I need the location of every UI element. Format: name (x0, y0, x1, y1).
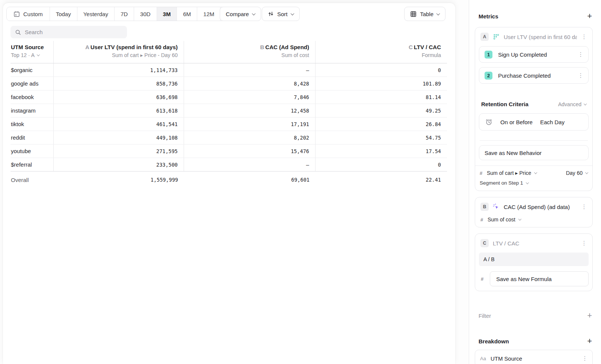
aggregation-select[interactable]: Sum of cart ▸ Price (487, 170, 531, 176)
metric-title[interactable]: CAC (Ad Spend) (ad data) (504, 204, 577, 210)
add-breakdown-button[interactable]: + (587, 338, 592, 344)
cac-value-cell: – (184, 63, 316, 77)
row-header-column[interactable]: UTM Source Top 12 · A (11, 41, 54, 63)
step-row-2[interactable]: 2 Purchase Completed ⋮ (479, 67, 589, 84)
overall-ratio: 22.41 (316, 171, 447, 188)
step-number-badge: 1 (485, 51, 492, 59)
date-range-12m[interactable]: 12M (197, 7, 220, 21)
chevron-down-icon (534, 171, 537, 174)
ltv-value-cell: 461,541 (54, 117, 184, 131)
chevron-down-icon (525, 181, 529, 184)
date-range-today[interactable]: Today (50, 7, 77, 21)
alarm-clock-icon (485, 118, 493, 126)
retention-criteria-row[interactable]: On or Before Each Day (479, 113, 589, 131)
string-property-icon: Aa (480, 356, 486, 361)
view-type-button[interactable]: Table (404, 7, 445, 21)
date-range-yesterday[interactable]: Yesterday (77, 7, 114, 21)
ratio-value-cell: 26.84 (316, 117, 447, 131)
kebab-menu-icon[interactable]: ⋮ (581, 203, 587, 210)
number-type-icon: # (480, 170, 483, 176)
aggregation-select[interactable]: # Sum of cost (479, 217, 589, 223)
metric-card-b: B CAC (Ad Spend) (ad data) ⋮ # Sum of co… (475, 197, 593, 227)
step-row-1[interactable]: 1 Sign Up Completed ⋮ (479, 46, 589, 63)
criteria-interval[interactable]: Each Day (540, 119, 565, 125)
save-behavior-button[interactable]: Save as New Behavior (479, 145, 589, 160)
calendar-icon (14, 11, 20, 17)
cac-value-cell: 15,476 (184, 144, 316, 158)
utm-source-cell: instagram (11, 107, 36, 114)
table-row[interactable]: facebook 636,698 7,846 81.14 (11, 90, 447, 104)
table-row[interactable]: google ads 858,736 8,428 101.89 (11, 77, 447, 90)
kebab-menu-icon[interactable]: ⋮ (578, 51, 584, 58)
table-row[interactable]: tiktok 461,541 17,191 26.84 (11, 117, 447, 131)
date-range-7d[interactable]: 7D (114, 7, 134, 21)
sort-button[interactable]: Sort (262, 7, 300, 21)
metric-title[interactable]: LTV / CAC (493, 240, 577, 247)
kebab-menu-icon[interactable]: ⋮ (581, 33, 587, 40)
row-header-sub: Top 12 · A (11, 52, 35, 58)
table-row[interactable]: $referral 233,500 – 0 (11, 158, 447, 171)
date-range-3m[interactable]: 3M (157, 7, 177, 21)
chevron-down-icon[interactable] (37, 53, 40, 56)
ltv-value-cell: 613,618 (54, 104, 184, 117)
utm-source-cell: tiktok (11, 121, 24, 127)
chevron-down-icon (436, 12, 440, 15)
column-header-c[interactable]: CLTV / CAC Formula (316, 41, 447, 63)
metric-letter-badge: A (480, 33, 489, 41)
overall-label: Overall (11, 177, 29, 183)
formula-input[interactable]: A / B (479, 253, 589, 266)
metric-letter-badge: C (480, 239, 489, 247)
add-filter-button[interactable]: + (587, 312, 592, 319)
table-body: $organic 1,114,733 – 0 google ads 858,73… (11, 63, 447, 171)
compare-button[interactable]: Compare (220, 7, 261, 21)
ltv-value-cell: 271,595 (54, 144, 184, 158)
metric-a-footer: # Sum of cart ▸ Price Day 60 Segment on … (475, 165, 592, 191)
number-type-icon: # (480, 217, 484, 223)
ad-data-sparkle-icon (493, 203, 500, 210)
segment-select[interactable]: Segment on Step 1 (480, 180, 588, 186)
table-row[interactable]: reddit 449,108 8,202 54.75 (11, 131, 447, 144)
ratio-value-cell: 81.14 (316, 90, 447, 104)
breakdown-section-header: Breakdown + (475, 338, 593, 344)
column-header-b[interactable]: BCAC (Ad Spend) Sum of cost (184, 41, 316, 63)
date-range-custom[interactable]: Custom (7, 7, 50, 21)
search-box[interactable] (11, 26, 127, 38)
kebab-menu-icon[interactable]: ⋮ (581, 240, 587, 247)
cac-value-cell: 8,202 (184, 131, 316, 144)
breakdown-item[interactable]: Aa UTM Source ⋮ (475, 350, 593, 364)
ratio-value-cell: 17.54 (316, 144, 447, 158)
ratio-value-cell: 101.89 (316, 77, 447, 90)
metric-title[interactable]: User LTV (spend in first 60 da... (504, 34, 577, 40)
cac-value-cell: – (184, 158, 316, 171)
search-input[interactable] (25, 29, 122, 35)
table-header-row: UTM Source Top 12 · A AUser LTV (spend i… (11, 41, 447, 63)
chevron-down-icon (290, 12, 294, 15)
chevron-down-icon (518, 217, 521, 220)
ltv-value-cell: 858,736 (54, 77, 184, 90)
utm-source-cell: facebook (11, 94, 34, 100)
ltv-value-cell: 1,114,733 (54, 63, 184, 77)
criteria-condition[interactable]: On or Before (500, 119, 533, 125)
advanced-toggle[interactable]: Advanced (558, 101, 586, 107)
table-row[interactable]: instagram 613,618 12,458 49.25 (11, 104, 447, 117)
metric-letter-badge: B (480, 203, 489, 211)
retention-criteria-header: Retention Criteria Advanced (479, 101, 589, 107)
overall-cac: 69,601 (184, 171, 316, 188)
add-metric-button[interactable]: + (587, 13, 592, 20)
date-range-30d[interactable]: 30D (134, 7, 157, 21)
table-row[interactable]: $organic 1,114,733 – 0 (11, 63, 447, 77)
column-header-a[interactable]: AUser LTV (spend in first 60 days) Sum o… (54, 41, 184, 63)
breakdown-title: Breakdown (479, 338, 509, 344)
ltv-value-cell: 636,698 (54, 90, 184, 104)
utm-source-cell: reddit (11, 134, 25, 141)
save-formula-button[interactable]: Save as New Formula (490, 271, 589, 286)
kebab-menu-icon[interactable]: ⋮ (582, 355, 588, 362)
day-window-select[interactable]: Day 60 (566, 170, 588, 176)
sort-arrows-icon (268, 11, 274, 17)
kebab-menu-icon[interactable]: ⋮ (578, 72, 584, 79)
table-row[interactable]: youtube 271,595 15,476 17.54 (11, 144, 447, 158)
date-range-6m[interactable]: 6M (177, 7, 197, 21)
utm-source-cell: youtube (11, 148, 31, 154)
filter-title: Filter (479, 313, 491, 319)
ratio-value-cell: 0 (316, 158, 447, 171)
